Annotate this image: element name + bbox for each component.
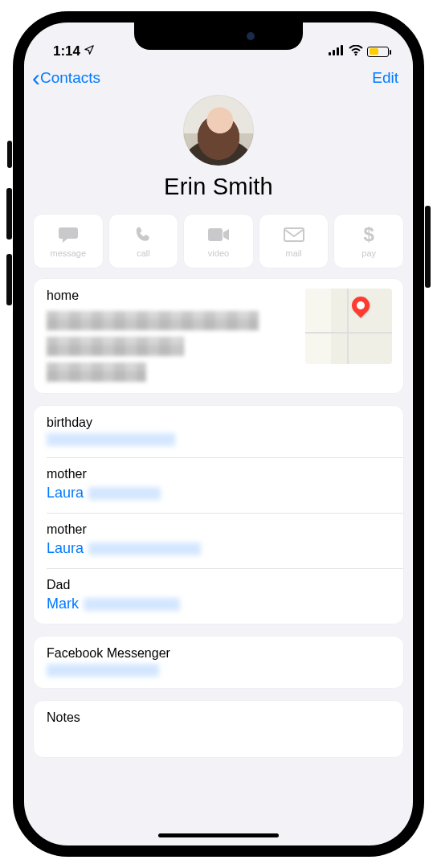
svg-rect-3 — [341, 45, 343, 55]
location-services-icon — [84, 43, 95, 59]
notes-cell[interactable]: Notes — [34, 701, 403, 757]
status-time: 1:14 — [53, 43, 80, 59]
action-video[interactable]: video — [184, 215, 253, 268]
messenger-cell[interactable]: Facebook Messenger — [34, 637, 403, 688]
cell-value: Mark — [47, 596, 390, 612]
relation-cell-mother-2[interactable]: mother Laura — [34, 513, 403, 568]
power-button — [425, 206, 431, 288]
address-redacted — [47, 311, 296, 382]
svg-rect-2 — [337, 47, 339, 55]
nav-bar: ‹ Contacts Edit — [24, 61, 413, 90]
battery-icon — [367, 47, 389, 57]
svg-rect-0 — [329, 52, 331, 55]
volume-down-button — [6, 254, 12, 305]
cell-value — [47, 664, 390, 677]
notes-group: Notes — [34, 701, 403, 757]
cell-value — [47, 433, 390, 446]
action-label: pay — [361, 248, 376, 258]
action-mail[interactable]: mail — [259, 215, 329, 268]
cell-value: Laura — [47, 540, 390, 557]
home-indicator[interactable] — [158, 833, 279, 837]
cell-label: Notes — [47, 710, 390, 725]
mail-icon — [284, 224, 304, 245]
dollar-icon: $ — [363, 224, 374, 245]
message-icon — [58, 224, 79, 245]
redacted-value — [84, 598, 180, 611]
cell-label: Facebook Messenger — [47, 646, 390, 661]
chevron-left-icon: ‹ — [32, 70, 40, 86]
back-button[interactable]: ‹ Contacts — [32, 69, 100, 87]
map-thumbnail[interactable] — [305, 289, 392, 364]
action-label: video — [208, 248, 229, 258]
cell-label: birthday — [47, 416, 390, 430]
address-cell[interactable]: home — [34, 279, 403, 393]
phone-frame: 1:14 — [13, 11, 424, 857]
birthday-cell[interactable]: birthday — [34, 406, 403, 457]
wifi-icon — [349, 43, 363, 59]
value-prefix: Mark — [47, 596, 79, 612]
avatar[interactable] — [183, 95, 254, 166]
contact-header: Erin Smith — [24, 90, 413, 211]
info-group: birthday mother Laura mother Laura — [34, 406, 403, 624]
cell-label: mother — [47, 522, 390, 537]
cell-label: Dad — [47, 578, 390, 592]
action-row: message call video mail — [24, 211, 413, 279]
svg-rect-1 — [333, 50, 335, 55]
cell-value: Laura — [47, 485, 390, 502]
phone-icon — [134, 224, 152, 245]
map-pin-icon — [349, 293, 374, 317]
action-label: message — [50, 248, 86, 258]
address-label: home — [47, 289, 296, 303]
action-message[interactable]: message — [34, 215, 103, 268]
action-call[interactable]: call — [109, 215, 178, 268]
svg-rect-5 — [208, 228, 223, 241]
value-prefix: Laura — [47, 485, 84, 502]
video-icon — [207, 224, 230, 245]
relation-cell-dad[interactable]: Dad Mark — [34, 568, 403, 624]
back-label: Contacts — [40, 69, 100, 87]
relation-cell-mother-1[interactable]: mother Laura — [34, 457, 403, 513]
redacted-value — [47, 433, 175, 446]
notch — [134, 23, 303, 50]
volume-up-button — [6, 188, 12, 240]
action-label: mail — [285, 248, 301, 258]
messenger-group: Facebook Messenger — [34, 637, 403, 688]
value-prefix: Laura — [47, 540, 84, 557]
mute-switch — [7, 141, 12, 168]
redacted-value — [88, 542, 201, 555]
redacted-value — [88, 487, 161, 500]
redacted-value — [47, 664, 159, 677]
screen: 1:14 — [24, 23, 413, 845]
edit-button[interactable]: Edit — [372, 69, 398, 87]
cell-label: mother — [47, 467, 390, 481]
svg-rect-6 — [284, 228, 304, 241]
cell-signal-icon — [329, 43, 345, 59]
action-pay[interactable]: $ pay — [334, 215, 403, 268]
address-group: home — [34, 279, 403, 393]
action-label: call — [137, 248, 150, 258]
svg-point-4 — [355, 54, 357, 55]
contact-name: Erin Smith — [24, 174, 413, 200]
